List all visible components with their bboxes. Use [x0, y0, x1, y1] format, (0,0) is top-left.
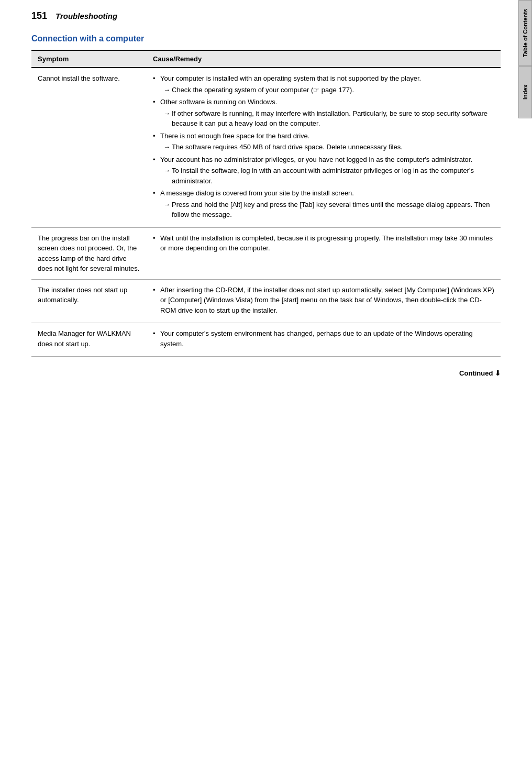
list-item: Your computer is installed with an opera… [153, 73, 494, 95]
right-tabs: Table of Contents Index [518, 0, 532, 118]
continued-section: Continued ⬇ [31, 369, 501, 377]
arrow-item: Press and hold the [Alt] key and press t… [160, 200, 494, 220]
list-item: After inserting the CD-ROM, if the insta… [153, 285, 494, 316]
cause-cell: Your computer is installed with an opera… [147, 68, 501, 227]
table-row: Media Manager for WALKMAN does not start… [31, 323, 501, 357]
header-cause: Cause/Remedy [147, 50, 501, 68]
symptom-cell: The installer does not start up automati… [31, 279, 147, 323]
cause-cell: Wait until the installation is completed… [147, 227, 501, 279]
list-item: Your account has no administrator privil… [153, 155, 494, 186]
arrow-item: If other software is running, it may int… [160, 108, 494, 129]
list-item: A message dialog is covered from your si… [153, 188, 494, 220]
symptom-cell: The progress bar on the install screen d… [31, 227, 147, 279]
list-item: Wait until the installation is completed… [153, 233, 494, 254]
page-number: 151 [31, 10, 47, 21]
list-item: Your computer's system environment has c… [153, 328, 494, 349]
arrow-item: The software requires 450 MB of hard dri… [160, 142, 494, 152]
cause-cell: After inserting the CD-ROM, if the insta… [147, 279, 501, 323]
tab-index[interactable]: Index [518, 66, 532, 118]
section-title: Connection with a computer [31, 34, 501, 43]
symptom-cell: Cannot install the software. [31, 68, 147, 227]
page-title: Troubleshooting [56, 12, 117, 20]
header-symptom: Symptom [31, 50, 147, 68]
continued-arrow: ⬇ [495, 369, 501, 377]
symptom-cell: Media Manager for WALKMAN does not start… [31, 323, 147, 357]
table-header-row: Symptom Cause/Remedy [31, 50, 501, 68]
table-row: Cannot install the software.Your compute… [31, 68, 501, 227]
arrow-item: To install the software, log in with an … [160, 166, 494, 186]
list-item: Other software is running on Windows.If … [153, 97, 494, 129]
cause-cell: Your computer's system environment has c… [147, 323, 501, 357]
table-row: The progress bar on the install screen d… [31, 227, 501, 279]
tab-table-of-contents[interactable]: Table of Contents [518, 0, 532, 66]
arrow-item: Check the operating system of your compu… [160, 85, 494, 95]
list-item: There is not enough free space for the h… [153, 131, 494, 152]
page-header: 151 Troubleshooting [31, 10, 501, 21]
table-row: The installer does not start up automati… [31, 279, 501, 323]
continued-label: Continued [459, 369, 493, 377]
troubleshoot-table: Symptom Cause/Remedy Cannot install the … [31, 50, 501, 357]
